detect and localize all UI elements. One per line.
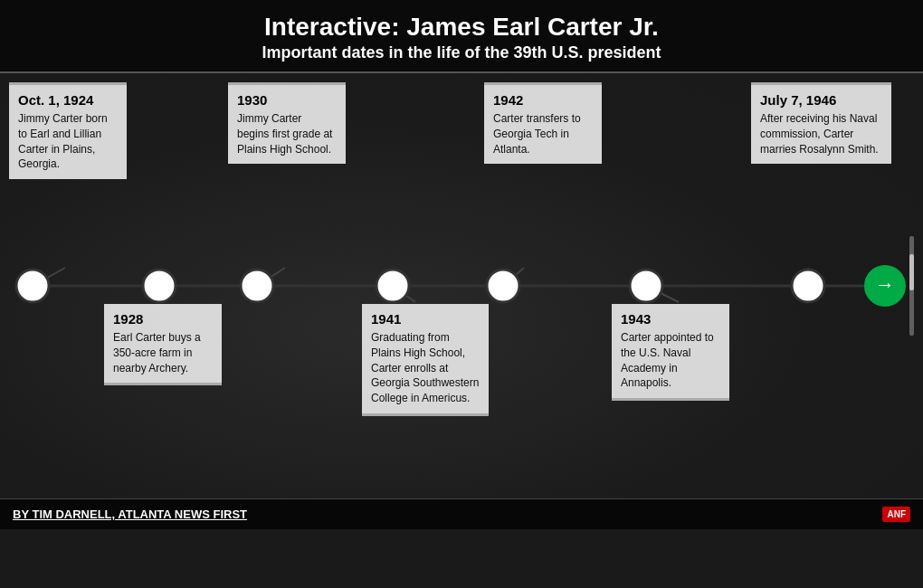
event-card-1930: 1930 Jimmy Carter begins first grade at …	[228, 82, 346, 164]
event-year-1930: 1930	[237, 92, 337, 108]
event-year-1928: 1928	[113, 311, 213, 327]
event-year-1943: 1943	[621, 311, 720, 327]
event-card-1928: 1928 Earl Carter buys a 350-acre farm in…	[104, 304, 222, 385]
event-text-1930: Jimmy Carter begins first grade at Plain…	[237, 111, 337, 156]
event-year-1946: July 7, 1946	[760, 92, 882, 108]
event-card-1946: July 7, 1946 After receiving his Naval c…	[751, 82, 891, 164]
footer-logo: ANF	[882, 507, 910, 522]
event-year-1924: Oct. 1, 1924	[18, 92, 118, 108]
page-title: Interactive: James Earl Carter Jr.	[18, 13, 905, 42]
timeline-area: → Oct. 1, 1924 Jimmy Carter born to Earl…	[0, 73, 923, 498]
event-text-1941: Graduating from Plains High School, Cart…	[371, 330, 480, 406]
header: Interactive: James Earl Carter Jr. Impor…	[0, 0, 923, 73]
footer: BY TIM DARNELL, ATLANTA NEWS FIRST ANF	[0, 498, 923, 529]
event-card-1943: 1943 Carter appointed to the U.S. Naval …	[612, 304, 729, 401]
event-text-1946: After receiving his Naval commission, Ca…	[760, 111, 882, 156]
event-text-1942: Carter transfers to Georgia Tech in Atla…	[493, 111, 593, 156]
event-year-1941: 1941	[371, 311, 480, 327]
event-card-1924: Oct. 1, 1924 Jimmy Carter born to Earl a…	[9, 82, 127, 179]
event-text-1943: Carter appointed to the U.S. Naval Acade…	[621, 330, 720, 391]
anf-logo: ANF	[882, 507, 910, 522]
event-text-1924: Jimmy Carter born to Earl and Lillian Ca…	[18, 111, 118, 172]
event-year-1942: 1942	[493, 92, 593, 108]
page-subtitle: Important dates in the life of the 39th …	[18, 43, 905, 62]
event-card-1941: 1941 Graduating from Plains High School,…	[362, 304, 489, 416]
event-card-1942: 1942 Carter transfers to Georgia Tech in…	[484, 82, 602, 164]
event-text-1928: Earl Carter buys a 350-acre farm in near…	[113, 330, 213, 375]
footer-credit: BY TIM DARNELL, ATLANTA NEWS FIRST	[13, 507, 247, 521]
